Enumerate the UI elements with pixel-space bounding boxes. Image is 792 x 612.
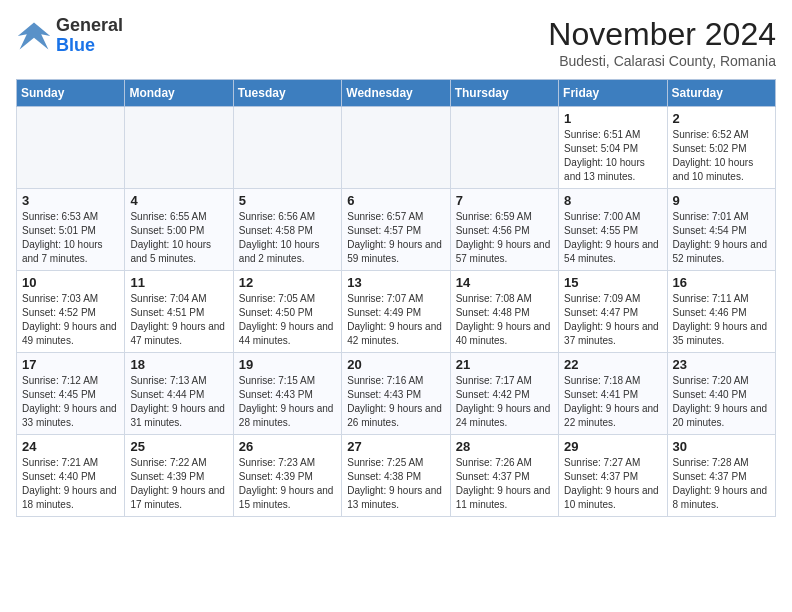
day-info: Sunrise: 7:20 AM Sunset: 4:40 PM Dayligh… (673, 374, 770, 430)
calendar-day-cell: 4Sunrise: 6:55 AM Sunset: 5:00 PM Daylig… (125, 189, 233, 271)
day-number: 4 (130, 193, 227, 208)
day-number: 18 (130, 357, 227, 372)
calendar-day-cell: 20Sunrise: 7:16 AM Sunset: 4:43 PM Dayli… (342, 353, 450, 435)
day-info: Sunrise: 7:13 AM Sunset: 4:44 PM Dayligh… (130, 374, 227, 430)
weekday-header-friday: Friday (559, 80, 667, 107)
weekday-header-tuesday: Tuesday (233, 80, 341, 107)
calendar-day-cell: 25Sunrise: 7:22 AM Sunset: 4:39 PM Dayli… (125, 435, 233, 517)
calendar-day-cell: 15Sunrise: 7:09 AM Sunset: 4:47 PM Dayli… (559, 271, 667, 353)
weekday-header-monday: Monday (125, 80, 233, 107)
day-number: 6 (347, 193, 444, 208)
day-number: 27 (347, 439, 444, 454)
calendar-day-cell (450, 107, 558, 189)
day-number: 14 (456, 275, 553, 290)
day-info: Sunrise: 7:21 AM Sunset: 4:40 PM Dayligh… (22, 456, 119, 512)
day-number: 9 (673, 193, 770, 208)
calendar-day-cell: 7Sunrise: 6:59 AM Sunset: 4:56 PM Daylig… (450, 189, 558, 271)
day-number: 30 (673, 439, 770, 454)
day-number: 10 (22, 275, 119, 290)
logo-text: General Blue (56, 16, 123, 56)
calendar-day-cell: 1Sunrise: 6:51 AM Sunset: 5:04 PM Daylig… (559, 107, 667, 189)
day-info: Sunrise: 7:07 AM Sunset: 4:49 PM Dayligh… (347, 292, 444, 348)
calendar-day-cell: 10Sunrise: 7:03 AM Sunset: 4:52 PM Dayli… (17, 271, 125, 353)
calendar-day-cell: 3Sunrise: 6:53 AM Sunset: 5:01 PM Daylig… (17, 189, 125, 271)
day-number: 23 (673, 357, 770, 372)
calendar-day-cell: 6Sunrise: 6:57 AM Sunset: 4:57 PM Daylig… (342, 189, 450, 271)
calendar-day-cell: 9Sunrise: 7:01 AM Sunset: 4:54 PM Daylig… (667, 189, 775, 271)
calendar-day-cell: 24Sunrise: 7:21 AM Sunset: 4:40 PM Dayli… (17, 435, 125, 517)
day-info: Sunrise: 7:25 AM Sunset: 4:38 PM Dayligh… (347, 456, 444, 512)
calendar-day-cell (233, 107, 341, 189)
calendar-day-cell (17, 107, 125, 189)
day-info: Sunrise: 7:08 AM Sunset: 4:48 PM Dayligh… (456, 292, 553, 348)
day-info: Sunrise: 6:53 AM Sunset: 5:01 PM Dayligh… (22, 210, 119, 266)
calendar-day-cell (125, 107, 233, 189)
calendar-body: 1Sunrise: 6:51 AM Sunset: 5:04 PM Daylig… (17, 107, 776, 517)
day-info: Sunrise: 7:03 AM Sunset: 4:52 PM Dayligh… (22, 292, 119, 348)
day-number: 24 (22, 439, 119, 454)
day-info: Sunrise: 6:51 AM Sunset: 5:04 PM Dayligh… (564, 128, 661, 184)
calendar-day-cell: 30Sunrise: 7:28 AM Sunset: 4:37 PM Dayli… (667, 435, 775, 517)
day-number: 17 (22, 357, 119, 372)
calendar-day-cell: 22Sunrise: 7:18 AM Sunset: 4:41 PM Dayli… (559, 353, 667, 435)
day-info: Sunrise: 7:18 AM Sunset: 4:41 PM Dayligh… (564, 374, 661, 430)
day-info: Sunrise: 7:22 AM Sunset: 4:39 PM Dayligh… (130, 456, 227, 512)
day-info: Sunrise: 7:15 AM Sunset: 4:43 PM Dayligh… (239, 374, 336, 430)
calendar-day-cell: 29Sunrise: 7:27 AM Sunset: 4:37 PM Dayli… (559, 435, 667, 517)
day-number: 25 (130, 439, 227, 454)
day-info: Sunrise: 6:52 AM Sunset: 5:02 PM Dayligh… (673, 128, 770, 184)
day-info: Sunrise: 6:55 AM Sunset: 5:00 PM Dayligh… (130, 210, 227, 266)
day-number: 5 (239, 193, 336, 208)
day-number: 28 (456, 439, 553, 454)
weekday-header-sunday: Sunday (17, 80, 125, 107)
svg-marker-0 (18, 22, 50, 49)
day-info: Sunrise: 7:12 AM Sunset: 4:45 PM Dayligh… (22, 374, 119, 430)
calendar-day-cell: 11Sunrise: 7:04 AM Sunset: 4:51 PM Dayli… (125, 271, 233, 353)
calendar-day-cell: 17Sunrise: 7:12 AM Sunset: 4:45 PM Dayli… (17, 353, 125, 435)
calendar-day-cell: 27Sunrise: 7:25 AM Sunset: 4:38 PM Dayli… (342, 435, 450, 517)
calendar-day-cell: 28Sunrise: 7:26 AM Sunset: 4:37 PM Dayli… (450, 435, 558, 517)
page-title: November 2024 (548, 16, 776, 53)
day-info: Sunrise: 7:27 AM Sunset: 4:37 PM Dayligh… (564, 456, 661, 512)
calendar-day-cell: 5Sunrise: 6:56 AM Sunset: 4:58 PM Daylig… (233, 189, 341, 271)
day-info: Sunrise: 7:05 AM Sunset: 4:50 PM Dayligh… (239, 292, 336, 348)
day-info: Sunrise: 7:26 AM Sunset: 4:37 PM Dayligh… (456, 456, 553, 512)
calendar-header-row: SundayMondayTuesdayWednesdayThursdayFrid… (17, 80, 776, 107)
calendar-day-cell: 26Sunrise: 7:23 AM Sunset: 4:39 PM Dayli… (233, 435, 341, 517)
day-info: Sunrise: 7:23 AM Sunset: 4:39 PM Dayligh… (239, 456, 336, 512)
day-number: 16 (673, 275, 770, 290)
day-number: 29 (564, 439, 661, 454)
day-number: 13 (347, 275, 444, 290)
calendar-day-cell: 19Sunrise: 7:15 AM Sunset: 4:43 PM Dayli… (233, 353, 341, 435)
day-number: 3 (22, 193, 119, 208)
calendar-week-row: 24Sunrise: 7:21 AM Sunset: 4:40 PM Dayli… (17, 435, 776, 517)
day-number: 20 (347, 357, 444, 372)
day-number: 1 (564, 111, 661, 126)
calendar-day-cell: 13Sunrise: 7:07 AM Sunset: 4:49 PM Dayli… (342, 271, 450, 353)
day-info: Sunrise: 7:28 AM Sunset: 4:37 PM Dayligh… (673, 456, 770, 512)
calendar-day-cell: 14Sunrise: 7:08 AM Sunset: 4:48 PM Dayli… (450, 271, 558, 353)
day-info: Sunrise: 7:01 AM Sunset: 4:54 PM Dayligh… (673, 210, 770, 266)
day-number: 12 (239, 275, 336, 290)
calendar-day-cell: 21Sunrise: 7:17 AM Sunset: 4:42 PM Dayli… (450, 353, 558, 435)
calendar-table: SundayMondayTuesdayWednesdayThursdayFrid… (16, 79, 776, 517)
calendar-day-cell: 2Sunrise: 6:52 AM Sunset: 5:02 PM Daylig… (667, 107, 775, 189)
day-number: 15 (564, 275, 661, 290)
day-number: 19 (239, 357, 336, 372)
day-number: 21 (456, 357, 553, 372)
title-block: November 2024 Budesti, Calarasi County, … (548, 16, 776, 69)
weekday-header-saturday: Saturday (667, 80, 775, 107)
day-info: Sunrise: 7:11 AM Sunset: 4:46 PM Dayligh… (673, 292, 770, 348)
day-number: 8 (564, 193, 661, 208)
page-subtitle: Budesti, Calarasi County, Romania (548, 53, 776, 69)
day-info: Sunrise: 6:57 AM Sunset: 4:57 PM Dayligh… (347, 210, 444, 266)
page-header: General Blue November 2024 Budesti, Cala… (16, 16, 776, 69)
calendar-week-row: 3Sunrise: 6:53 AM Sunset: 5:01 PM Daylig… (17, 189, 776, 271)
day-info: Sunrise: 6:56 AM Sunset: 4:58 PM Dayligh… (239, 210, 336, 266)
calendar-day-cell: 18Sunrise: 7:13 AM Sunset: 4:44 PM Dayli… (125, 353, 233, 435)
calendar-week-row: 1Sunrise: 6:51 AM Sunset: 5:04 PM Daylig… (17, 107, 776, 189)
day-number: 11 (130, 275, 227, 290)
calendar-day-cell (342, 107, 450, 189)
calendar-day-cell: 23Sunrise: 7:20 AM Sunset: 4:40 PM Dayli… (667, 353, 775, 435)
day-number: 7 (456, 193, 553, 208)
